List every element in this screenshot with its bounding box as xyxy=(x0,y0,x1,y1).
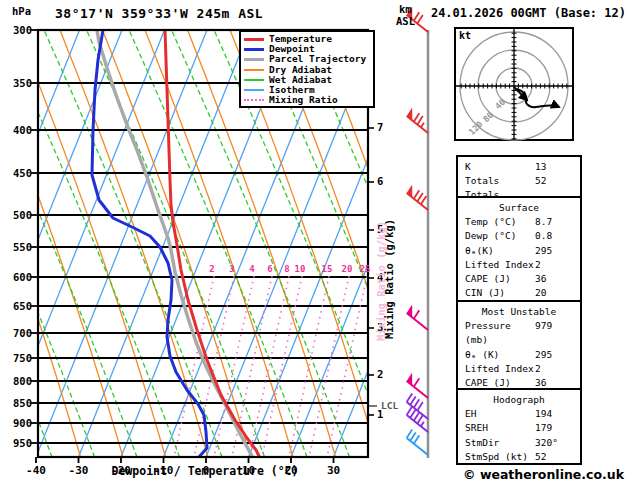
indices-row: CIN (J)20 xyxy=(465,286,573,300)
indices-row-label: StmSpd (kt) xyxy=(465,450,535,464)
pressure-tick-label: 450 xyxy=(2,167,32,179)
indices-section: SurfaceTemp (°C)8.7Dewp (°C)0.8θₑ(K)295L… xyxy=(456,196,582,302)
legend-line-sample xyxy=(244,89,264,91)
indices-row-value: 295 xyxy=(535,244,573,258)
indices-row-value: 179 xyxy=(535,421,573,435)
pressure-axis-unit: hPa xyxy=(12,5,31,17)
altitude-tick-label: 2 xyxy=(377,368,383,380)
indices-row: SREH179 xyxy=(465,421,573,435)
indices-row-value: 20 xyxy=(535,286,573,300)
pressure-tick-label: 600 xyxy=(2,271,32,283)
altitude-tick-label: 7 xyxy=(377,121,383,133)
altitude-axis-unit-km: km xyxy=(399,3,412,15)
pressure-tick-label: 550 xyxy=(2,241,32,253)
indices-row-value: 13 xyxy=(535,160,573,174)
mixing-ratio-value-label: 2 xyxy=(202,264,222,274)
indices-row: θₑ (K)295 xyxy=(465,348,573,362)
pressure-tick-label: 800 xyxy=(2,375,32,387)
lcl-marker-label: LCL xyxy=(381,400,398,411)
plot-legend: TemperatureDewpointParcel TrajectoryDry … xyxy=(239,30,375,108)
hodograph-unit-label: kt xyxy=(459,30,471,41)
mixing-ratio-value-label: 15 xyxy=(317,264,337,274)
altitude-axis-unit-asl: ASL xyxy=(396,15,415,27)
altitude-tick-label: 6 xyxy=(377,175,383,187)
indices-row: StmSpd (kt)52 xyxy=(465,450,573,464)
mixing-ratio-value-label: 3 xyxy=(222,264,242,274)
valid-datetime: 24.01.2026 00GMT (Base: 12) xyxy=(431,6,626,20)
indices-row-label: Lifted Index xyxy=(465,362,535,376)
indices-row: K13 xyxy=(465,160,573,174)
indices-row-label: Pressure (mb) xyxy=(465,319,535,347)
indices-section: HodographEH194SREH179StmDir320°StmSpd (k… xyxy=(456,388,582,465)
legend-line-sample xyxy=(244,38,264,41)
legend-line-sample xyxy=(244,79,264,81)
pressure-tick-label: 650 xyxy=(2,300,32,312)
indices-row-label: θₑ(K) xyxy=(465,244,535,258)
pressure-tick-label: 900 xyxy=(2,417,32,429)
indices-row-value: 194 xyxy=(535,407,573,421)
indices-row-value: 8.7 xyxy=(535,215,573,229)
indices-section-title: Surface xyxy=(465,201,573,215)
legend-item-label: Parcel Trajectory xyxy=(269,54,366,64)
copyright-text: © weatheronline.co.uk xyxy=(463,467,624,482)
mixing-ratio-value-label: 25 xyxy=(355,264,375,274)
wind-barb xyxy=(407,185,428,210)
pressure-tick-label: 850 xyxy=(2,397,32,409)
indices-row-value: 52 xyxy=(535,450,573,464)
indices-row: StmDir320° xyxy=(465,436,573,450)
indices-row-label: CAPE (J) xyxy=(465,272,535,286)
indices-row: EH194 xyxy=(465,407,573,421)
indices-row: Lifted Index2 xyxy=(465,362,573,376)
indices-row-value: 320° xyxy=(535,436,573,450)
mixing-ratio-value-label: 20 xyxy=(337,264,357,274)
page-title: 38°17'N 359°33'W 245m ASL xyxy=(55,6,263,21)
indices-row: Pressure (mb)979 xyxy=(465,319,573,347)
legend-line-sample xyxy=(244,69,264,71)
indices-row-value: 36 xyxy=(535,272,573,286)
indices-section-title: Hodograph xyxy=(465,393,573,407)
wind-barb xyxy=(407,373,428,398)
indices-row: CAPE (J)36 xyxy=(465,272,573,286)
indices-row-value: 2 xyxy=(535,362,573,376)
legend-item-label: Mixing Ratio xyxy=(269,95,338,105)
indices-row: Temp (°C)8.7 xyxy=(465,215,573,229)
indices-row-label: Temp (°C) xyxy=(465,215,535,229)
indices-row-value: 2 xyxy=(535,258,573,272)
skewt-sounding-page: hPa 38°17'N 359°33'W 245m ASL km ASL 24.… xyxy=(0,0,629,486)
pressure-tick-label: 700 xyxy=(2,327,32,339)
indices-row: Dewp (°C)0.8 xyxy=(465,229,573,243)
wind-barb xyxy=(407,108,428,133)
mixing-ratio-axis-label: Mixing Ratio (g/kg) xyxy=(383,219,395,339)
indices-row-label: Lifted Index xyxy=(465,258,535,272)
legend-line-sample xyxy=(244,48,264,51)
indices-section: Most UnstablePressure (mb)979θₑ (K)295Li… xyxy=(456,300,582,390)
pressure-tick-label: 500 xyxy=(2,209,32,221)
indices-row: θₑ(K)295 xyxy=(465,244,573,258)
wind-barb xyxy=(407,430,428,455)
indices-row-label: SREH xyxy=(465,421,535,435)
indices-row-label: θₑ (K) xyxy=(465,348,535,362)
legend-line-sample xyxy=(244,99,264,101)
indices-row-label: CIN (J) xyxy=(465,286,535,300)
indices-row-label: Dewp (°C) xyxy=(465,229,535,243)
pressure-tick-label: 950 xyxy=(2,437,32,449)
mixing-ratio-value-label: 10 xyxy=(290,264,310,274)
pressure-tick-label: 300 xyxy=(2,24,32,36)
indices-row-label: EH xyxy=(465,407,535,421)
x-axis-label: Dewpoint / Temperature (°C) xyxy=(90,464,320,478)
indices-row-label: K xyxy=(465,160,535,174)
indices-row-value: 979 xyxy=(535,319,573,347)
mixing-ratio-value-label: 4 xyxy=(242,264,262,274)
temperature-tick-label: -40 xyxy=(19,464,53,477)
indices-section: K13Totals Totals52PW (cm)0.81 xyxy=(456,155,582,198)
indices-row: Lifted Index2 xyxy=(465,258,573,272)
pressure-tick-label: 350 xyxy=(2,77,32,89)
parcel-trajectory-curve xyxy=(97,30,252,456)
legend-line-sample xyxy=(244,58,264,61)
indices-row-value: 0.8 xyxy=(535,229,573,243)
dewpoint-curve xyxy=(92,30,207,457)
legend-item: Mixing Ratio xyxy=(244,95,373,105)
indices-section-title: Most Unstable xyxy=(465,305,573,319)
temperature-tick-label: 30 xyxy=(317,464,351,477)
indices-row-label: StmDir xyxy=(465,436,535,450)
